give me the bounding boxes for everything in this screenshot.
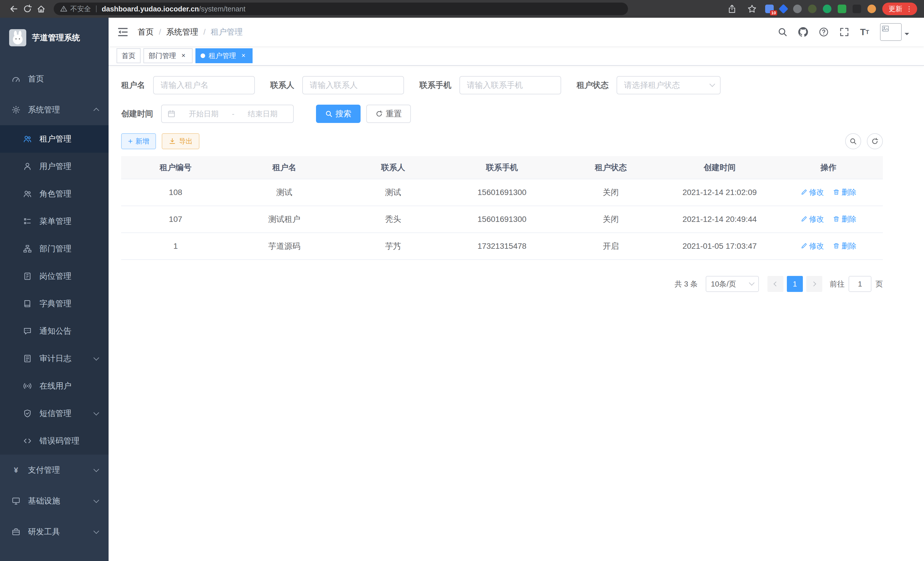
edit-label: 修改	[809, 214, 824, 224]
tab-tenant[interactable]: 租户管理 ×	[195, 48, 253, 63]
edit-link[interactable]: 修改	[801, 214, 824, 224]
edit-link[interactable]: 修改	[801, 187, 824, 197]
breadcrumb-home[interactable]: 首页	[138, 27, 154, 38]
column-header: 联系人	[339, 156, 448, 179]
github-icon[interactable]	[798, 27, 808, 37]
add-button[interactable]: + 新增	[121, 133, 156, 149]
tree-table-icon	[23, 217, 32, 226]
contact-input[interactable]	[302, 76, 404, 94]
browser-reload-icon[interactable]	[21, 2, 34, 16]
goto-page-input[interactable]	[849, 276, 872, 292]
extension-icon[interactable]	[808, 5, 817, 13]
export-button[interactable]: 导出	[162, 133, 200, 149]
chevron-up-icon	[93, 108, 99, 114]
cell-create-time: 2021-12-14 20:49:44	[665, 206, 774, 233]
delete-link[interactable]: 删除	[833, 241, 856, 251]
sidebar-item-system[interactable]: 系统管理	[0, 94, 109, 125]
mobile-label: 联系手机	[419, 80, 452, 91]
cell-tenant-id: 107	[121, 206, 230, 233]
prev-page-button[interactable]	[767, 276, 783, 292]
toolbox-icon	[11, 527, 21, 536]
extension-icon[interactable]	[838, 5, 846, 13]
filter-row: 租户名 联系人 联系手机 租户状态 请选择租户状态	[121, 76, 883, 94]
tenant-table: 租户编号 租户名 联系人 联系手机 租户状态 创建时间 操作 108 测试	[121, 156, 883, 260]
sidebar-item-sms[interactable]: 短信管理	[0, 400, 109, 427]
filter-create-time: 创建时间 开始日期 - 结束日期	[121, 105, 294, 123]
sidebar-item-menu[interactable]: 菜单管理	[0, 208, 109, 235]
sidebar-item-tenant[interactable]: 租户管理	[0, 125, 109, 153]
extension-badge: 10	[770, 10, 777, 15]
close-icon[interactable]: ×	[179, 52, 188, 60]
tab-dept[interactable]: 部门管理 ×	[143, 48, 193, 63]
sidebar-item-audit-log[interactable]: 审计日志	[0, 345, 109, 372]
browser-menu-icon[interactable]: ⋮	[906, 5, 913, 13]
avatar[interactable]	[880, 23, 902, 41]
sidebar-logo[interactable]: 芋道管理系统	[0, 18, 109, 58]
sidebar-item-role[interactable]: 角色管理	[0, 180, 109, 208]
browser-update-button[interactable]: 更新 ⋮	[882, 3, 917, 15]
sidebar-item-home[interactable]: 首页	[0, 63, 109, 94]
chevron-left-icon	[774, 282, 778, 287]
refresh-button[interactable]	[867, 133, 883, 149]
sidebar-item-label: 菜单管理	[39, 216, 71, 227]
sidebar-item-pay[interactable]: ¥ 支付管理	[0, 455, 109, 486]
sidebar-item-infra[interactable]: 基础设施	[0, 486, 109, 516]
sidebar-item-online-user[interactable]: 在线用户	[0, 372, 109, 400]
browser-home-icon[interactable]	[34, 2, 48, 16]
sidebar-item-error-code[interactable]: 错误码管理	[0, 427, 109, 455]
extension-icon[interactable]	[778, 4, 788, 14]
delete-link[interactable]: 删除	[833, 214, 856, 224]
sidebar-item-label: 字典管理	[39, 298, 71, 309]
font-size-icon[interactable]: TT	[860, 27, 869, 37]
fullscreen-icon[interactable]	[839, 27, 849, 37]
help-icon[interactable]	[819, 27, 829, 37]
edit-link[interactable]: 修改	[801, 241, 824, 251]
sidebar-item-dict[interactable]: 字典管理	[0, 290, 109, 317]
reset-button[interactable]: 重置	[366, 105, 411, 123]
extension-icon[interactable]: 10	[765, 5, 774, 13]
extension-icon[interactable]	[793, 5, 802, 13]
cell-actions: 修改 删除	[774, 179, 883, 206]
close-icon[interactable]: ×	[239, 52, 248, 60]
extension-icon[interactable]	[823, 5, 831, 13]
sidebar-item-notice[interactable]: 通知公告	[0, 317, 109, 345]
cell-tenant-name: 测试租户	[230, 206, 339, 233]
share-icon[interactable]	[725, 2, 739, 16]
search-icon[interactable]	[778, 27, 788, 37]
range-separator: -	[232, 110, 235, 118]
message-icon	[23, 326, 32, 336]
security-label: 不安全	[70, 4, 91, 14]
sidebar-item-post[interactable]: 岗位管理	[0, 262, 109, 290]
browser-back-icon[interactable]	[7, 2, 21, 16]
tab-home[interactable]: 首页	[117, 48, 141, 63]
sidebar-item-user[interactable]: 用户管理	[0, 153, 109, 180]
delete-link[interactable]: 删除	[833, 187, 856, 197]
create-time-range-picker[interactable]: 开始日期 - 结束日期	[161, 105, 294, 123]
toggle-search-button[interactable]	[845, 133, 861, 149]
page: 不安全 dashboard.yudao.iocoder.cn/system/te…	[0, 0, 924, 561]
avatar-menu[interactable]	[880, 23, 909, 41]
tenant-name-input[interactable]	[153, 76, 255, 94]
table-tools	[845, 133, 883, 149]
bookmark-star-icon[interactable]	[745, 2, 759, 16]
page-number-1[interactable]: 1	[787, 276, 803, 292]
mobile-input[interactable]	[459, 76, 561, 94]
hamburger-icon[interactable]	[117, 26, 129, 38]
goto-suffix: 页	[875, 279, 883, 289]
chevron-down-icon	[710, 81, 715, 87]
log-document-icon	[23, 354, 32, 363]
cell-contact: 秃头	[339, 206, 448, 233]
next-page-button[interactable]	[806, 276, 822, 292]
page-size-select[interactable]: 10条/页	[706, 276, 759, 292]
breadcrumb-system[interactable]: 系统管理	[166, 27, 198, 38]
search-button[interactable]: 搜索	[316, 105, 361, 123]
tab-label: 部门管理	[148, 51, 176, 60]
extension-icon[interactable]	[853, 5, 861, 13]
tenant-status-select[interactable]: 请选择租户状态	[616, 76, 721, 94]
sidebar-item-dev-tools[interactable]: 研发工具	[0, 516, 109, 547]
badge-icon	[23, 272, 32, 281]
sidebar-item-dept[interactable]: 部门管理	[0, 235, 109, 262]
address-bar[interactable]: 不安全 dashboard.yudao.iocoder.cn/system/te…	[54, 3, 628, 15]
chevron-down-icon	[93, 497, 99, 503]
extension-icon[interactable]	[867, 5, 876, 13]
